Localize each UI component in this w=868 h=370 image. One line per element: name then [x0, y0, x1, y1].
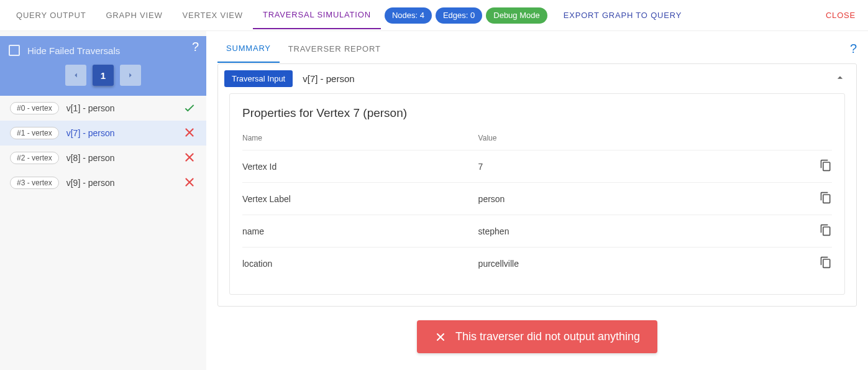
copy-button[interactable] [714, 150, 832, 183]
checkbox-icon [9, 45, 20, 56]
traversal-item-label: v[1] - person [66, 103, 115, 113]
table-row: Vertex Id7 [242, 150, 832, 183]
copy-icon [820, 159, 832, 172]
properties-card: Properties for Vertex 7 (person) Name Va… [229, 93, 845, 295]
copy-button[interactable] [714, 247, 832, 280]
column-name: Name [242, 134, 478, 150]
traverser-empty-alert: This traverser did not output anything [417, 320, 657, 353]
traversal-item-tag: #0 - vertex [10, 102, 59, 114]
close-icon [434, 331, 447, 343]
table-row: locationpurcellville [242, 247, 832, 280]
hide-failed-checkbox[interactable]: Hide Failed Traversals [9, 45, 198, 56]
tab-traverser-report[interactable]: Traverser Report [280, 35, 390, 62]
content-tabs: Summary Traverser Report ? [217, 34, 857, 63]
properties-title: Properties for Vertex 7 (person) [242, 106, 832, 120]
traversal-item[interactable]: #1 - vertexv[7] - person [0, 121, 206, 146]
traversal-list: #0 - vertexv[1] - person#1 - vertexv[7] … [0, 96, 206, 195]
traversal-item[interactable]: #0 - vertexv[1] - person [0, 96, 206, 121]
pager: 1 [9, 65, 198, 86]
table-row: Vertex Labelperson [242, 183, 832, 215]
property-name: name [242, 215, 478, 247]
pill-debug-mode[interactable]: Debug Mode [486, 7, 547, 24]
tab-summary[interactable]: Summary [217, 35, 280, 63]
close-button[interactable]: Close [826, 11, 856, 20]
pager-prev-button[interactable] [65, 65, 86, 86]
traversal-sidebar: ? Hide Failed Traversals 1 #0 - vertexv[… [0, 31, 206, 370]
traversal-item-label: v[8] - person [66, 153, 115, 163]
chevron-right-icon [126, 71, 135, 80]
property-value: stephen [478, 215, 715, 247]
traversal-input-badge: Traversal Input [224, 70, 293, 87]
copy-icon [820, 192, 832, 204]
traversal-item-tag: #3 - vertex [10, 177, 59, 189]
pager-next-button[interactable] [120, 65, 141, 86]
content-area: Summary Traverser Report ? Traversal Inp… [206, 31, 868, 370]
traversal-input-panel: Traversal Input v[7] - person Properties… [217, 63, 857, 307]
property-value: person [478, 183, 715, 215]
check-icon [183, 101, 196, 116]
property-name: Vertex Label [242, 183, 478, 215]
chevron-up-icon [834, 72, 846, 84]
hide-failed-label: Hide Failed Traversals [27, 45, 120, 56]
x-icon [183, 150, 196, 166]
traversal-item[interactable]: #2 - vertexv[8] - person [0, 146, 206, 170]
export-graph-button[interactable]: Export Graph to Query [554, 2, 692, 29]
content-help-icon[interactable]: ? [850, 42, 857, 56]
top-tab-bar: Query Output Graph View Vertex View Trav… [0, 0, 868, 31]
sidebar-header: ? Hide Failed Traversals 1 [0, 36, 206, 96]
traversal-item-label: v[7] - person [66, 128, 115, 138]
tab-graph-view[interactable]: Graph View [96, 2, 172, 29]
alert-text: This traverser did not output anything [455, 330, 640, 343]
column-value: Value [478, 134, 715, 150]
copy-icon [820, 224, 832, 236]
properties-table: Name Value Vertex Id7Vertex Labelpersonn… [242, 134, 832, 279]
traversal-item[interactable]: #3 - vertexv[9] - person [0, 170, 206, 195]
chevron-left-icon [71, 71, 80, 80]
pill-edges[interactable]: Edges: 0 [436, 7, 482, 24]
traversal-item-label: v[9] - person [66, 178, 115, 188]
pager-page-current[interactable]: 1 [93, 65, 114, 86]
tab-vertex-view[interactable]: Vertex View [173, 2, 253, 29]
copy-icon [820, 256, 832, 269]
property-name: Vertex Id [242, 150, 478, 183]
x-icon [183, 126, 196, 141]
property-value: purcellville [478, 247, 715, 280]
tab-traversal-simulation[interactable]: Traversal Simulation [253, 1, 381, 29]
property-name: location [242, 247, 478, 280]
collapse-button[interactable] [834, 72, 846, 86]
tab-query-output[interactable]: Query Output [6, 2, 96, 29]
table-row: namestephen [242, 215, 832, 247]
sidebar-help-icon[interactable]: ? [192, 40, 199, 54]
traversal-input-vertex-label: v[7] - person [303, 73, 354, 84]
copy-button[interactable] [714, 183, 832, 215]
property-value: 7 [478, 150, 715, 183]
x-icon [183, 175, 196, 191]
copy-button[interactable] [714, 215, 832, 247]
traversal-item-tag: #1 - vertex [10, 127, 59, 139]
pill-nodes[interactable]: Nodes: 4 [385, 7, 432, 24]
traversal-item-tag: #2 - vertex [10, 152, 59, 164]
